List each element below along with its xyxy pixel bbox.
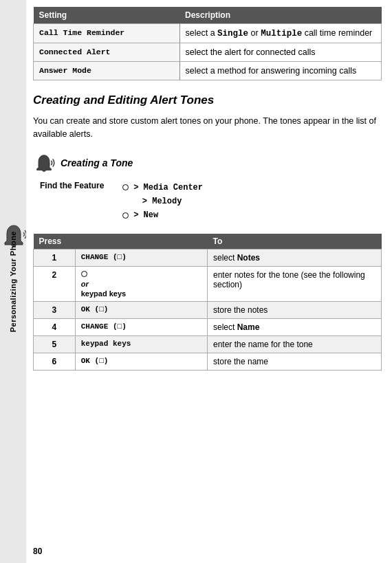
table-row: 4 CHANGE (□) select Name <box>34 318 382 335</box>
row-press-1: CHANGE (□) <box>75 249 207 266</box>
row-to-1: select Notes <box>207 249 381 266</box>
sidebar: Personalizing Your Phone <box>0 0 26 563</box>
section-title: Creating and Editing Alert Tones <box>33 93 382 108</box>
find-steps: > Media Center > Melody > New <box>122 181 203 223</box>
page-wrapper: Personalizing Your Phone Setting Descrip… <box>0 0 392 563</box>
row-to-3: store the notes <box>207 301 381 318</box>
bell-small-icon <box>33 152 55 174</box>
table-row: 5 keypad keys enter the name for the ton… <box>34 335 382 353</box>
settings-col-setting: Setting <box>34 7 180 24</box>
find-step-3: > New <box>122 208 203 222</box>
row-press-4: CHANGE (□) <box>75 318 207 335</box>
press-col-press: Press <box>34 234 208 250</box>
row-num-2: 2 <box>34 266 76 301</box>
subsection-title: Creating a Tone <box>33 152 382 174</box>
table-row: Answer Mode select a method for answerin… <box>34 62 382 80</box>
desc-connected-alert: select the alert for connected calls <box>179 43 381 62</box>
row-to-2: enter notes for the tone (see the follow… <box>207 266 381 301</box>
sidebar-label: Personalizing Your Phone <box>9 231 17 332</box>
table-row: 6 OK (□) store the name <box>34 353 382 370</box>
desc-answer-mode: select a method for answering incoming c… <box>179 62 381 80</box>
setting-answer-mode: Answer Mode <box>34 62 180 80</box>
row-press-5: keypad keys <box>75 335 207 353</box>
find-feature-label: Find the Feature <box>40 181 122 190</box>
row-press-6: OK (□) <box>75 353 207 370</box>
table-row: 2 or keypad keys enter notes for the ton… <box>34 266 382 301</box>
row-to-4: select Name <box>207 318 381 335</box>
section-body: You can create and store custom alert to… <box>33 115 382 141</box>
find-step-2: > Melody <box>122 195 203 208</box>
page-number: 80 <box>33 547 42 556</box>
row-to-5: enter the name for the tone <box>207 335 381 353</box>
subsection-label: Creating a Tone <box>61 157 133 168</box>
row-num-6: 6 <box>34 353 76 370</box>
row-num-3: 3 <box>34 301 76 318</box>
setting-connected-alert: Connected Alert <box>34 43 180 62</box>
row-num-4: 4 <box>34 318 76 335</box>
find-step-1: > Media Center <box>122 181 203 195</box>
press-col-to: To <box>207 234 381 250</box>
row-press-2: or keypad keys <box>75 266 207 301</box>
row-num-1: 1 <box>34 249 76 266</box>
row-press-3: OK (□) <box>75 301 207 318</box>
press-table: Press To 1 CHANGE (□) select Notes 2 or <box>33 234 382 371</box>
table-row: 3 OK (□) store the notes <box>34 301 382 318</box>
row-to-6: store the name <box>207 353 381 370</box>
settings-col-description: Description <box>179 7 381 24</box>
main-content: Setting Description Call Time Reminder s… <box>26 0 392 563</box>
table-row: 1 CHANGE (□) select Notes <box>34 249 382 266</box>
settings-table: Setting Description Call Time Reminder s… <box>33 7 382 80</box>
table-row: Call Time Reminder select a Single or Mu… <box>34 24 382 43</box>
find-feature: Find the Feature > Media Center > Melody… <box>40 181 382 223</box>
table-row: Connected Alert select the alert for con… <box>34 43 382 62</box>
setting-call-time: Call Time Reminder <box>34 24 180 43</box>
desc-call-time: select a Single or Multiple call time re… <box>179 24 381 43</box>
row-num-5: 5 <box>34 335 76 353</box>
